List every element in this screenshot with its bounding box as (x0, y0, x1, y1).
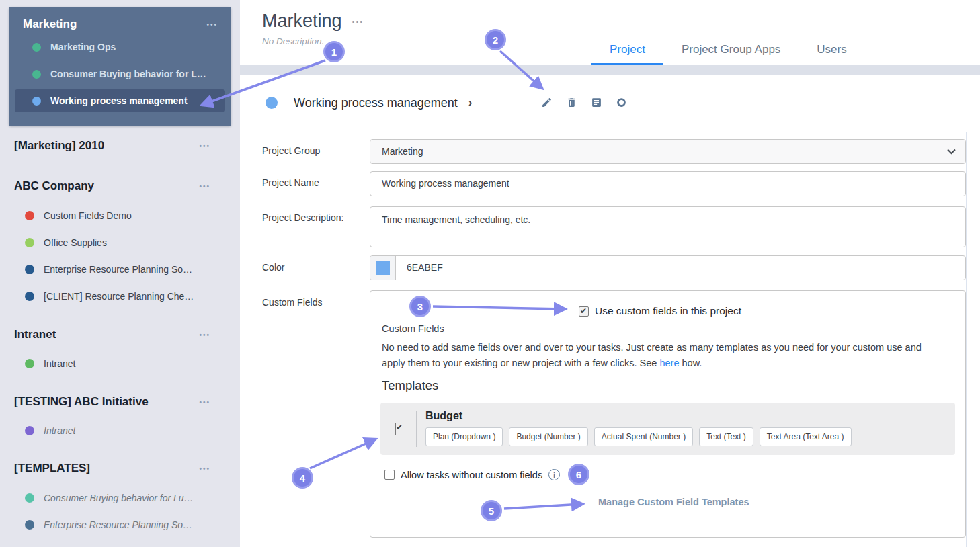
project-color-dot (25, 211, 34, 220)
here-link[interactable]: here (659, 357, 679, 368)
template-divider (416, 411, 417, 447)
sidebar-item-label: Enterprise Resource Planning So… (44, 264, 192, 275)
sidebar-item-template-erp[interactable]: Enterprise Resource Planning So… (0, 511, 240, 538)
sidebar-item-template-consumer-buying[interactable]: Consumer Buying behavior for Lu… (0, 485, 240, 511)
sidebar-item-label: [CLIENT] Resource Planning Che… (44, 291, 194, 302)
sidebar-group-marketing-2010[interactable]: [Marketing] 2010 ••• (0, 134, 240, 157)
delete-trash-icon[interactable] (566, 97, 577, 108)
project-color-dot (25, 265, 34, 274)
project-description-textarea[interactable]: Time management, scheduling, etc. (370, 206, 966, 247)
page-title: Marketing (262, 11, 342, 32)
sidebar-item-testing-intranet[interactable]: Intranet (0, 417, 240, 444)
sidebar-item-label: Custom Fields Demo (44, 210, 132, 221)
more-icon[interactable]: ••• (199, 142, 210, 150)
description-line1: No need to add same fields over and over… (382, 342, 922, 353)
sidebar-group-intranet[interactable]: Intranet ••• (0, 323, 240, 346)
annotation-badge-5: 5 (481, 500, 502, 521)
more-icon[interactable]: ••• (206, 21, 218, 28)
sidebar-item-client-resource-planning[interactable]: [CLIENT] Resource Planning Che… (0, 283, 240, 310)
use-custom-fields-label: Use custom fields in this project (595, 305, 741, 317)
edit-pencil-icon[interactable] (541, 97, 553, 108)
info-icon[interactable]: i (548, 469, 560, 480)
sidebar-item-label: Consumer Buying behavior for Lu… (44, 493, 194, 503)
tab-project[interactable]: Project (591, 36, 663, 65)
sidebar-item-working-process-management[interactable]: Working process management (15, 89, 225, 112)
sidebar-sections: [Marketing] 2010 ••• ABC Company ••• Cus… (0, 134, 240, 538)
color-label: Color (262, 262, 284, 273)
allow-tasks-checkbox[interactable] (384, 470, 395, 480)
sidebar-group-title: [TESTING] ABC Initiative (14, 395, 149, 409)
project-color-dot (25, 426, 34, 435)
template-checkbox[interactable] (395, 423, 396, 435)
use-custom-fields-checkbox[interactable] (579, 306, 589, 317)
more-icon[interactable]: ••• (199, 398, 210, 406)
color-swatch-button[interactable] (370, 256, 396, 280)
chip-plan-dropdown: Plan (Dropdown ) (425, 427, 503, 446)
template-name: Budget (425, 410, 852, 422)
project-color-dot (25, 520, 34, 530)
chip-budget-number: Budget (Number ) (509, 427, 587, 446)
chip-actual-spent-number: Actual Spent (Number ) (594, 427, 693, 446)
sidebar-item-erp-software[interactable]: Enterprise Resource Planning So… (0, 256, 240, 283)
view-eye-icon[interactable] (616, 97, 627, 108)
sidebar-group-marketing: Marketing ••• Marketing Ops Consumer Buy… (9, 7, 231, 126)
project-description-label: Project Description: (262, 212, 343, 223)
project-name-input[interactable]: Working process management (370, 171, 966, 196)
custom-fields-description: No need to add same fields over and over… (382, 340, 922, 371)
sidebar-item-label: Office Supplies (44, 237, 107, 248)
sidebar-item-custom-fields-demo[interactable]: Custom Fields Demo (0, 202, 240, 229)
sidebar-group-templates[interactable]: [TEMPLATES] ••• (0, 457, 240, 480)
sidebar-item-office-supplies[interactable]: Office Supplies (0, 229, 240, 256)
template-body: Budget Plan (Dropdown ) Budget (Number )… (425, 410, 852, 446)
description-line2-end: how. (679, 357, 702, 368)
chip-text-area: Text Area (Text Area ) (760, 427, 852, 446)
project-group-label: Project Group (262, 145, 320, 156)
chevron-right-icon[interactable]: › (468, 96, 473, 110)
sidebar-item-intranet[interactable]: Intranet (0, 350, 240, 377)
color-value-input[interactable]: 6EABEF (396, 256, 443, 280)
projects-sidebar: Marketing ••• Marketing Ops Consumer Buy… (0, 0, 240, 547)
sidebar-item-marketing-ops[interactable]: Marketing Ops (9, 34, 231, 60)
project-group-select[interactable]: Marketing (370, 139, 966, 164)
tab-project-group-apps[interactable]: Project Group Apps (663, 36, 799, 65)
project-color-dot (32, 43, 41, 52)
color-swatch (376, 261, 390, 275)
project-color-dot (25, 292, 34, 301)
sidebar-group-header: Marketing ••• (9, 7, 231, 34)
annotation-badge-3: 3 (409, 296, 431, 317)
sidebar-group-title: [TEMPLATES] (14, 462, 90, 475)
more-icon[interactable]: ••• (199, 183, 210, 190)
app-window: Marketing ••• Marketing Ops Consumer Buy… (0, 0, 980, 547)
project-name-label: Project Name (262, 177, 319, 188)
sidebar-item-label: Enterprise Resource Planning So… (44, 519, 192, 530)
template-row-budget: Budget Plan (Dropdown ) Budget (Number )… (380, 403, 955, 455)
notes-icon[interactable] (591, 97, 602, 108)
custom-fields-box: Use custom fields in this project Custom… (370, 290, 966, 538)
custom-fields-section-title: Custom Fields (382, 323, 444, 334)
sidebar-group-title: ABC Company (14, 179, 94, 193)
sidebar-group-title: [Marketing] 2010 (14, 139, 104, 153)
sidebar-group-abc-company[interactable]: ABC Company ••• (0, 175, 240, 198)
color-field: 6EABEF (370, 255, 966, 280)
annotation-badge-2: 2 (485, 29, 506, 50)
sidebar-item-label: Intranet (44, 425, 75, 436)
tab-users[interactable]: Users (799, 36, 864, 65)
more-icon[interactable]: ••• (199, 465, 210, 472)
main-panel: Marketing ••• No Description. Project Pr… (240, 0, 980, 547)
more-icon[interactable]: ••• (199, 331, 210, 339)
sidebar-item-consumer-buying[interactable]: Consumer Buying behavior for L… (9, 60, 231, 87)
use-custom-fields-row: Use custom fields in this project (579, 305, 741, 317)
project-color-dot (25, 493, 34, 503)
right-divider (966, 132, 967, 547)
more-icon[interactable]: ••• (352, 17, 364, 26)
page-subtitle: No Description. (262, 36, 324, 46)
project-bar-title: Working process management (294, 96, 458, 110)
sidebar-group-testing-abc-initiative[interactable]: [TESTING] ABC Initiative ••• (0, 390, 240, 413)
custom-fields-label: Custom Fields (262, 297, 322, 308)
manage-custom-field-templates-link[interactable]: Manage Custom Field Templates (598, 497, 749, 507)
project-color-dot (32, 70, 41, 79)
page-title-row: Marketing ••• (262, 11, 364, 32)
allow-tasks-label: Allow tasks without custom fields (401, 470, 542, 480)
project-color-dot (266, 97, 278, 109)
sidebar-item-label: Marketing Ops (50, 42, 116, 52)
